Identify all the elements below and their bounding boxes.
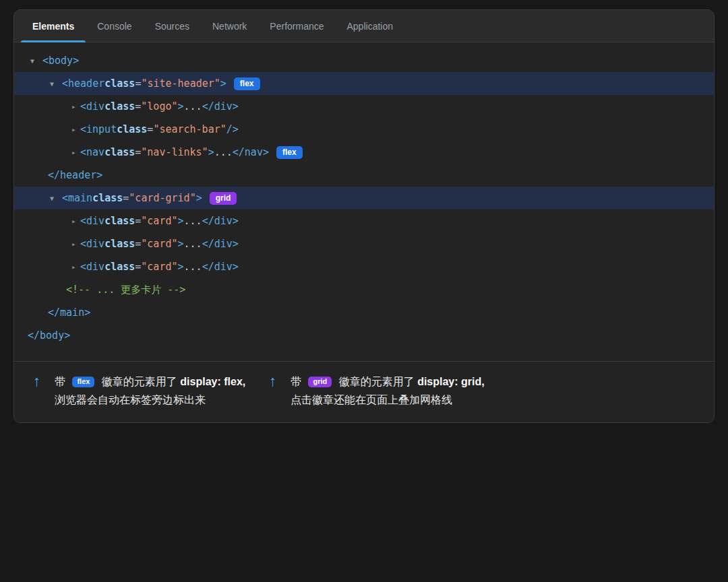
flex-badge-inline: flex [72,377,94,387]
devtools-panel: ElementsConsoleSourcesNetworkPerformance… [13,9,715,423]
tree-row-div[interactable]: ▸<divclass="card">...</div> [14,255,714,278]
flex-badge[interactable]: flex [234,77,260,90]
expand-arrow-icon[interactable]: ▼ [50,195,62,202]
tab-label: Network [212,21,247,32]
code-token: <div [80,215,104,227]
tree-row-div[interactable]: ▸<divclass="logo">...</div> [14,95,714,118]
tree-row-main[interactable]: ▼<mainclass="card-grid">grid [14,187,714,209]
tab-bar: ElementsConsoleSourcesNetworkPerformance… [14,10,714,42]
code-token: </div> [202,215,239,227]
collapse-arrow-icon[interactable]: ▸ [71,148,80,157]
tree-row-body[interactable]: </body> [14,324,714,347]
code-token: class [104,238,135,250]
grid-badge[interactable]: grid [210,192,237,205]
flex-badge[interactable]: flex [276,146,303,159]
code-token: <div [80,261,104,273]
tab-elements[interactable]: Elements [21,10,86,42]
note-css-property: display: flex, [180,376,245,387]
tab-network[interactable]: Network [201,10,258,42]
code-token: class [104,77,135,90]
code-token: ... [214,146,233,158]
code-token: > [178,261,184,273]
code-token: "card" [141,238,177,250]
tree-row-main[interactable]: </main> [14,301,714,324]
code-token: = [135,146,141,158]
footer-note: ↑带 flex 徽章的元素用了 display: flex,浏览器会自动在标签旁… [33,373,269,422]
expand-arrow-icon[interactable]: ▼ [50,80,62,88]
tab-label: Elements [32,21,74,32]
code-token: > [220,77,226,90]
tab-label: Performance [270,21,324,32]
footer-note-line1: 带 flex 徽章的元素用了 display: flex, [55,373,245,391]
code-token: "nav-links" [141,146,208,158]
note-prefix: 带 [291,376,304,387]
code-token: "search-bar" [153,123,226,135]
code-token: </header> [48,169,102,181]
code-token: ... [184,215,202,227]
footer-note-text: 带 grid 徽章的元素用了 display: grid,点击徽章还能在页面上叠… [291,373,485,422]
tab-sources[interactable]: Sources [144,10,201,42]
footer-note-line1: 带 grid 徽章的元素用了 display: grid, [291,373,485,391]
code-token: > [208,146,214,158]
tree-row-body[interactable]: ▼<body> [14,49,714,72]
code-token: > [178,100,184,112]
code-token: </div> [202,100,239,112]
code-token: "logo" [141,100,177,112]
code-token: <body [42,55,73,67]
tab-console[interactable]: Console [86,10,143,42]
tree-row-div[interactable]: ▸<divclass="card">...</div> [14,232,714,255]
dom-tree: ▼<body>▼<headerclass="site-header">flex▸… [14,42,714,347]
tab-performance[interactable]: Performance [258,10,335,42]
code-token: </main> [48,306,90,319]
code-token: > [178,215,184,227]
collapse-arrow-icon[interactable]: ▸ [71,102,80,111]
code-token: = [135,261,141,273]
code-token: = [135,77,141,90]
footer-note-line2: 浏览器会自动在标签旁边标出来 [55,391,245,409]
code-token: class [104,146,135,158]
expand-arrow-icon[interactable]: ▼ [30,57,42,65]
collapse-arrow-icon[interactable]: ▸ [71,240,80,249]
collapse-arrow-icon[interactable]: ▸ [71,125,80,134]
footer-notes: ↑带 flex 徽章的元素用了 display: flex,浏览器会自动在标签旁… [14,361,714,422]
code-token: class [104,215,135,227]
tab-label: Console [97,21,131,32]
tab-application[interactable]: Application [336,10,405,42]
code-token: </div> [202,261,239,273]
code-token: <input [80,123,117,135]
code-token: class [117,123,147,135]
collapse-arrow-icon[interactable]: ▸ [71,217,80,226]
tree-row-header[interactable]: ▼<headerclass="site-header">flex [14,72,714,95]
up-arrow-icon: ↑ [33,373,55,422]
code-token: ... [184,261,202,273]
code-token: /> [226,123,239,135]
code-token: class [104,100,135,112]
note-mid: 徽章的元素用了 [336,376,417,387]
up-arrow-icon: ↑ [269,373,291,422]
code-token: class [104,261,135,273]
tab-label: Application [347,21,394,32]
page-background: { "tabs": [ {"label": "Elements", "activ… [0,0,728,582]
note-mid: 徽章的元素用了 [98,376,180,387]
code-token: <header [62,77,104,90]
code-token: ... [184,238,202,250]
footer-note-text: 带 flex 徽章的元素用了 display: flex,浏览器会自动在标签旁边… [55,373,245,422]
footer-note-line2: 点击徽章还能在页面上叠加网格线 [291,391,485,409]
code-token: <div [80,238,104,250]
code-token: <main [62,192,92,204]
code-token: </body> [28,329,70,342]
code-token: "card-grid" [129,192,195,204]
tree-row-nav[interactable]: ▸<navclass="nav-links">...</nav>flex [14,141,714,164]
code-token: "card" [141,215,177,227]
code-token: class [92,192,123,204]
code-token: </nav> [233,146,269,158]
code-token: "site-header" [141,77,220,90]
tree-row-header[interactable]: </header> [14,164,714,187]
code-token: > [178,238,184,250]
tree-row-div[interactable]: ▸<divclass="card">...</div> [14,209,714,232]
tree-row-input[interactable]: ▸<inputclass="search-bar"/> [14,118,714,141]
code-token: = [135,238,141,250]
tree-row-comment[interactable]: <!-- ... 更多卡片 --> [14,278,714,301]
collapse-arrow-icon[interactable]: ▸ [71,263,80,271]
tab-label: Sources [155,21,189,32]
